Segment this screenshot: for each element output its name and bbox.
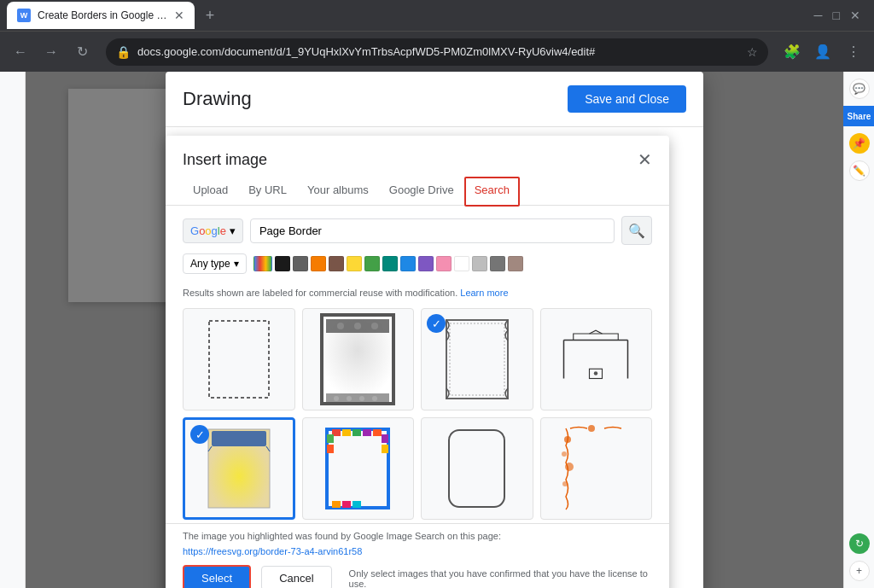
svg-rect-24: [363, 429, 371, 436]
swatch-black[interactable]: [275, 256, 290, 271]
svg-rect-0: [209, 321, 269, 398]
tab-search[interactable]: Search: [464, 177, 520, 207]
footer-buttons: Select Cancel Only select images that yo…: [183, 565, 652, 588]
svg-rect-33: [449, 430, 504, 507]
footer-info-text: The image you highlighted was found by G…: [183, 531, 652, 541]
refresh-button[interactable]: ↻: [68, 38, 96, 66]
insert-image-tabs: Upload By URL Your albums Google Drive S: [166, 177, 669, 206]
swatch-white[interactable]: [454, 256, 469, 271]
filter-label: Any type: [190, 258, 230, 270]
profile-icon[interactable]: 👤: [809, 38, 836, 66]
swatch-tan[interactable]: [508, 256, 523, 271]
image-cell-5[interactable]: ✓: [183, 417, 295, 520]
notice-text: Results shown are labeled for commercial…: [183, 288, 457, 298]
svg-point-17: [594, 371, 598, 376]
swatch-rainbow[interactable]: [253, 256, 272, 271]
tab-favicon: W: [17, 9, 31, 22]
svg-rect-11: [446, 320, 508, 399]
any-type-dropdown[interactable]: Any type ▾: [183, 253, 247, 274]
insert-image-header: Insert image ✕: [166, 136, 669, 177]
tab-close-button[interactable]: ✕: [174, 9, 184, 22]
svg-point-35: [562, 451, 567, 457]
search-input-field[interactable]: [250, 218, 615, 243]
tab-your-albums[interactable]: Your albums: [297, 177, 379, 205]
image-cell-3[interactable]: ✓: [421, 308, 533, 410]
back-button[interactable]: ←: [7, 38, 34, 66]
feedback-icon[interactable]: ↻: [849, 533, 870, 554]
search-button[interactable]: 🔍: [621, 216, 652, 245]
swatch-pink[interactable]: [436, 256, 452, 271]
active-tab[interactable]: W Create Borders in Google Docs - ✕: [7, 2, 195, 29]
more-options-icon[interactable]: ⋮: [840, 38, 867, 66]
selected-check-3: ✓: [427, 314, 446, 333]
lock-icon: 🔒: [116, 45, 131, 59]
image-cell-4[interactable]: [540, 308, 653, 410]
url-text: docs.google.com/document/d/1_9YUqHxlXvYm…: [137, 45, 740, 58]
image-cell-2[interactable]: [302, 308, 415, 410]
svg-point-34: [564, 436, 571, 443]
image-cell-1[interactable]: [183, 308, 295, 410]
google-badge[interactable]: Google ▾: [183, 218, 243, 243]
image-cell-6[interactable]: [302, 417, 415, 520]
save-and-close-button[interactable]: Save and Close: [568, 85, 686, 113]
image-source-link[interactable]: https://freesvg.org/border-73-a4-arvin61…: [183, 546, 362, 556]
tab-bar: W Create Borders in Google Docs - ✕ + ─ …: [0, 0, 874, 31]
learn-more-link[interactable]: Learn more: [460, 288, 508, 298]
tab-title: Create Borders in Google Docs -: [38, 9, 167, 21]
forward-button[interactable]: →: [38, 38, 65, 66]
more-tools-icon[interactable]: 📌: [849, 133, 870, 154]
insert-image-close-button[interactable]: ✕: [638, 149, 652, 170]
selected-check-5: ✓: [190, 425, 209, 444]
address-bar[interactable]: 🔒 docs.google.com/document/d/1_9YUqHxlXv…: [106, 38, 768, 66]
cancel-button[interactable]: Cancel: [261, 566, 331, 588]
page-area: Drawing Save and Close Insert image ✕ Up…: [0, 72, 874, 588]
swatch-yellow[interactable]: [347, 256, 362, 271]
swatch-purple[interactable]: [418, 256, 434, 271]
pen-icon[interactable]: ✏️: [849, 160, 870, 181]
swatch-light-gray[interactable]: [472, 256, 487, 271]
image-cell-7[interactable]: [421, 417, 533, 520]
svg-rect-31: [382, 434, 388, 443]
extensions-icon[interactable]: 🧩: [778, 38, 806, 66]
docs-sidebar-right: 💬 Share 📌 ✏️ ↻ +: [843, 72, 874, 588]
svg-point-37: [562, 481, 568, 486]
tab-by-url[interactable]: By URL: [238, 177, 297, 205]
svg-rect-20: [327, 429, 388, 508]
maximize-button[interactable]: □: [833, 9, 840, 22]
close-window-button[interactable]: ✕: [850, 9, 860, 22]
minimize-button[interactable]: ─: [814, 9, 823, 22]
swatch-brown[interactable]: [329, 256, 344, 271]
drawing-dialog-title: Drawing: [183, 88, 252, 110]
svg-rect-26: [332, 501, 341, 508]
new-tab-button[interactable]: +: [198, 3, 222, 27]
svg-rect-28: [353, 501, 361, 508]
license-notice: Results shown are labeled for commercial…: [166, 284, 669, 301]
insert-image-title: Insert image: [183, 151, 267, 169]
image-grid: ✓: [166, 301, 669, 523]
plus-icon[interactable]: +: [849, 561, 870, 581]
filter-dropdown-arrow: ▾: [234, 258, 239, 270]
swatch-orange[interactable]: [311, 256, 326, 271]
browser-right-icons: 🧩 👤 ⋮: [778, 38, 867, 66]
tab-upload[interactable]: Upload: [183, 177, 238, 205]
select-button[interactable]: Select: [183, 565, 251, 588]
image-cell-8[interactable]: [540, 417, 653, 520]
license-note: Only select images that you have confirm…: [349, 568, 652, 589]
swatch-teal[interactable]: [382, 256, 398, 271]
svg-point-5: [371, 323, 378, 329]
svg-point-36: [565, 463, 574, 471]
comments-icon[interactable]: 💬: [849, 79, 870, 99]
swatch-blue[interactable]: [400, 256, 416, 271]
swatch-dark-gray[interactable]: [293, 256, 308, 271]
swatch-mid-gray[interactable]: [490, 256, 505, 271]
swatch-green[interactable]: [364, 256, 380, 271]
bookmark-icon[interactable]: ☆: [747, 45, 758, 59]
tab-google-drive[interactable]: Google Drive: [379, 177, 464, 205]
insert-image-dialog: Insert image ✕ Upload By URL Your albums: [166, 136, 669, 588]
svg-rect-30: [327, 445, 334, 453]
search-input-row: Google ▾ 🔍: [183, 216, 652, 245]
address-icons: ☆: [747, 45, 758, 59]
svg-point-7: [334, 396, 339, 401]
google-g-letter: Google: [190, 224, 226, 237]
svg-point-38: [588, 425, 595, 432]
